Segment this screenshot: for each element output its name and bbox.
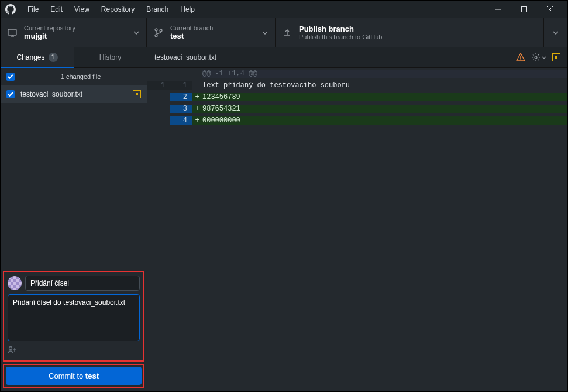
upload-icon <box>283 28 292 37</box>
titlebar: File Edit View Repository Branch Help <box>1 1 567 18</box>
monitor-icon <box>8 28 17 37</box>
diff-line[interactable]: 4 + 000000000 <box>147 115 567 126</box>
warning-icon[interactable] <box>516 53 525 62</box>
sidebar-tabs: Changes 1 History <box>1 47 147 68</box>
diff-line[interactable]: 2 + 123456789 <box>147 91 567 103</box>
commit-description-input[interactable]: Přidání čísel do testovaci_soubor.txt <box>8 294 140 341</box>
svg-point-9 <box>160 29 162 32</box>
chevron-down-icon <box>133 31 139 35</box>
modified-icon <box>133 90 141 98</box>
svg-point-7 <box>155 29 157 31</box>
branch-value: test <box>170 32 257 40</box>
svg-point-8 <box>155 35 157 37</box>
repo-label: Current repository <box>24 25 129 32</box>
diff-body: @@ -1 +1,4 @@ 1 1 Text přidaný do testov… <box>147 68 567 126</box>
files-header-label: 1 changed file <box>20 73 141 80</box>
diff-marker: + <box>192 93 202 101</box>
diff-code: 000000000 <box>202 116 567 125</box>
diff-line[interactable]: 3 + 987654321 <box>147 103 567 115</box>
file-name: testovaci_soubor.txt <box>20 90 133 98</box>
git-branch-icon <box>154 28 163 37</box>
main: Changes 1 History 1 changed file testova… <box>1 47 567 391</box>
menu-repository[interactable]: Repository <box>97 3 139 16</box>
commit-summary-input[interactable] <box>25 276 140 291</box>
menu-help[interactable]: Help <box>175 3 199 16</box>
branch-label: Current branch <box>170 25 257 32</box>
file-checkbox[interactable] <box>6 90 15 98</box>
publish-branch-button[interactable]: Publish branch Publish this branch to Gi… <box>276 18 544 47</box>
minimize-button[interactable] <box>486 1 511 18</box>
files-header: 1 changed file <box>1 68 147 85</box>
branch-selector[interactable]: Current branch test <box>147 18 276 47</box>
menu-branch[interactable]: Branch <box>142 3 173 16</box>
svg-rect-1 <box>522 7 527 12</box>
diff-header: testovaci_soubor.txt <box>147 47 567 68</box>
old-line-number: 1 <box>147 81 170 90</box>
diff-code: 987654321 <box>202 105 567 113</box>
maximize-button[interactable] <box>511 1 537 18</box>
changes-count-badge: 1 <box>49 53 58 62</box>
svg-point-10 <box>9 347 12 350</box>
add-coauthor-button[interactable] <box>8 345 140 357</box>
repo-selector[interactable]: Current repository mujgit <box>1 18 147 47</box>
svg-rect-4 <box>8 29 16 35</box>
diff-code: Text přidaný do testovacího souboru <box>202 81 567 90</box>
tab-history[interactable]: History <box>74 47 147 68</box>
menu-file[interactable]: File <box>23 3 43 16</box>
github-logo-icon <box>5 4 16 15</box>
diff-marker: + <box>192 105 202 113</box>
window-controls <box>486 1 563 18</box>
diff-filename: testovaci_soubor.txt <box>154 53 516 61</box>
diff-line[interactable]: 1 1 Text přidaný do testovacího souboru <box>147 80 567 91</box>
modified-icon <box>552 53 560 61</box>
commit-button-branch: test <box>85 372 99 380</box>
tab-changes-label: Changes <box>16 53 44 61</box>
diff-hunk-header: @@ -1 +1,4 @@ <box>147 68 567 80</box>
commit-button-prefix: Commit to <box>49 372 85 380</box>
file-row[interactable]: testovaci_soubor.txt <box>1 85 147 103</box>
menu-bar: File Edit View Repository Branch Help <box>23 3 199 16</box>
close-button[interactable] <box>537 1 563 18</box>
new-line-number: 3 <box>170 105 192 113</box>
diff-marker: + <box>192 116 202 125</box>
publish-dropdown[interactable] <box>544 18 567 47</box>
svg-point-14 <box>520 59 521 60</box>
chevron-down-icon <box>262 31 268 35</box>
new-line-number: 1 <box>170 81 192 90</box>
diff-settings-button[interactable] <box>531 53 546 62</box>
sidebar-spacer <box>1 103 147 269</box>
avatar <box>8 276 22 290</box>
commit-button[interactable]: Commit to test <box>6 367 142 385</box>
repo-value: mujgit <box>24 32 129 40</box>
commit-form: Přidání čísel do testovaci_soubor.txt <box>3 271 144 362</box>
svg-point-15 <box>535 56 537 59</box>
new-line-number: 2 <box>170 93 192 101</box>
commit-button-highlight: Commit to test <box>3 364 144 388</box>
toolbar: Current repository mujgit Current branch… <box>1 18 567 47</box>
sidebar: Changes 1 History 1 changed file testova… <box>1 47 147 391</box>
menu-edit[interactable]: Edit <box>46 3 67 16</box>
tab-changes[interactable]: Changes 1 <box>1 47 74 68</box>
new-line-number: 4 <box>170 116 192 125</box>
publish-sub: Publish this branch to GitHub <box>299 33 536 40</box>
diff-code: 123456789 <box>202 93 567 101</box>
select-all-checkbox[interactable] <box>6 73 15 81</box>
publish-title: Publish branch <box>299 25 536 33</box>
menu-view[interactable]: View <box>70 3 94 16</box>
diff-pane: testovaci_soubor.txt @@ -1 +1,4 @@ 1 1 <box>147 47 567 391</box>
